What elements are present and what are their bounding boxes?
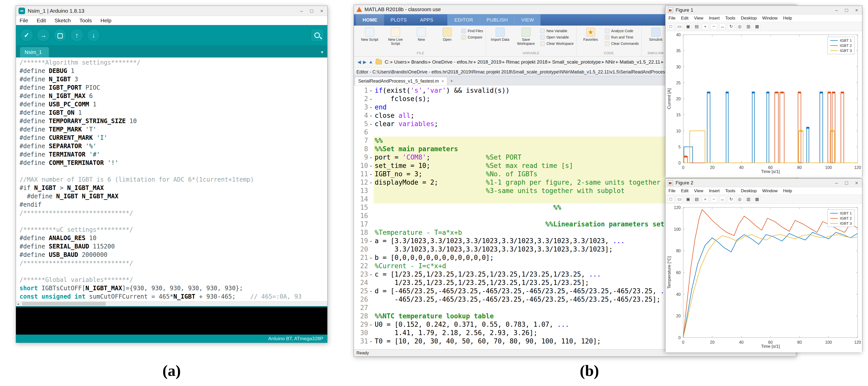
open-sketch-button[interactable]: ↑	[70, 29, 84, 42]
toolstrip-tab-plots[interactable]: PLOTS	[384, 14, 413, 26]
menu-file[interactable]: File	[669, 16, 675, 21]
close-button[interactable]: ×	[855, 180, 858, 185]
breadcrumb-c[interactable]: C:	[384, 59, 390, 65]
new-figure-icon[interactable]: □	[668, 196, 674, 203]
breadcrumb-users[interactable]: Users	[394, 59, 407, 65]
ribbon-clear-commands-button[interactable]: Clear Commands	[605, 41, 639, 46]
breadcrumb-2018-2019[interactable]: 2018_2019	[477, 59, 502, 65]
new-sketch-button[interactable]: ▢	[54, 29, 67, 42]
sketch-code-editor[interactable]: /******Algorithm settings*******/#define…	[16, 58, 327, 301]
breadcrumb-matlab-v1-5-22-11[interactable]: Matlab_v1.5_22.11	[619, 59, 661, 65]
toolstrip-tab-editor[interactable]: EDITOR	[447, 14, 479, 26]
toolstrip-tab-publish[interactable]: PUBLISH	[479, 14, 514, 26]
menu-tools[interactable]: Tools	[725, 16, 736, 21]
ribbon-simulink-button[interactable]: Simulink	[644, 28, 668, 41]
menu-edit[interactable]: Edit	[681, 16, 688, 21]
save-figure-icon[interactable]: ▣	[685, 196, 691, 203]
data-cursor-icon[interactable]: ◎	[737, 196, 743, 203]
breadcrumb-brandis[interactable]: Brandis	[411, 59, 428, 65]
zoom-in-icon[interactable]: +	[702, 23, 709, 30]
menu-view[interactable]: View	[694, 188, 704, 194]
insert-legend-icon[interactable]: ▦	[754, 23, 760, 30]
ribbon-analyze-code-button[interactable]: Analyze Code	[605, 29, 639, 33]
ribbon-find-files-button[interactable]: Find Files	[461, 29, 483, 33]
maximize-button[interactable]: □	[845, 8, 848, 13]
menu-help[interactable]: Help	[100, 17, 111, 24]
close-button[interactable]: ×	[855, 8, 858, 13]
toolstrip-tab-apps[interactable]: APPS	[413, 14, 440, 26]
menu-file[interactable]: File	[20, 17, 28, 24]
new-figure-icon[interactable]: □	[668, 23, 674, 30]
zoom-out-icon[interactable]: −	[711, 23, 717, 30]
maximize-button[interactable]: □	[845, 180, 848, 185]
breadcrumb-nnir[interactable]: NNir	[605, 59, 616, 65]
print-figure-icon[interactable]: ▤	[693, 23, 700, 30]
menu-tools[interactable]: Tools	[725, 188, 736, 194]
menu-file[interactable]: File	[669, 188, 675, 194]
new-tab-button[interactable]: +	[447, 77, 456, 85]
verify-button[interactable]: ✓	[20, 29, 33, 42]
colorbar-icon[interactable]: ▥	[745, 23, 752, 30]
menu-edit[interactable]: Edit	[37, 17, 46, 24]
zoom-in-icon[interactable]: +	[702, 196, 709, 203]
breadcrumb-onedrive-etfos-hr[interactable]: OneDrive - etfos.hr	[432, 59, 473, 65]
ribbon-clear-workspace-button[interactable]: Clear Workspace	[540, 41, 574, 46]
ribbon-new-button[interactable]: New	[410, 28, 433, 41]
zoom-out-icon[interactable]: −	[711, 196, 717, 203]
ribbon-fav-orites-button[interactable]: ★Fav­orites	[579, 28, 602, 41]
colorbar-icon[interactable]: ▥	[745, 196, 752, 203]
ribbon-save-workspace-button[interactable]: Save Workspace	[514, 28, 538, 45]
ribbon-run-and-time-button[interactable]: Run and Time	[605, 35, 639, 39]
insert-legend-icon[interactable]: ▦	[754, 196, 760, 203]
menu-sketch[interactable]: Sketch	[55, 17, 71, 24]
menu-desktop[interactable]: Desktop	[741, 16, 756, 21]
menu-help[interactable]: Help	[783, 188, 792, 194]
serial-monitor-button[interactable]	[311, 29, 324, 42]
file-tab[interactable]: SerialReadAndProcess_v1_5_fastest.m ×	[355, 77, 447, 85]
save-sketch-button[interactable]: ↓	[87, 29, 100, 42]
tab-list-icon[interactable]: ▾	[321, 49, 323, 55]
maximize-button[interactable]: □	[310, 8, 313, 13]
forward-icon[interactable]: ▶	[362, 59, 368, 65]
ribbon-open-button[interactable]: Open	[436, 28, 459, 41]
breadcrumb-small-scale-prototype[interactable]: Small_scale_prototype	[552, 59, 601, 65]
toolstrip-tab-view[interactable]: VIEW	[514, 14, 540, 26]
menu-edit[interactable]: Edit	[681, 188, 688, 194]
rotate-3d-icon[interactable]: ↻	[728, 196, 735, 203]
breadcrumb-rimac-projekt-2018[interactable]: Rimac projekt 2018	[505, 59, 548, 65]
open-file-icon[interactable]: ▭	[676, 23, 683, 30]
data-cursor-icon[interactable]: ◎	[737, 23, 743, 30]
menu-desktop[interactable]: Desktop	[741, 188, 756, 194]
open-file-icon[interactable]: ▭	[676, 196, 683, 203]
rotate-3d-icon[interactable]: ↻	[728, 23, 735, 30]
scroll-left-icon[interactable]: ◂	[17, 302, 19, 307]
ribbon-new-live-script-button[interactable]: New Live Script	[384, 28, 407, 45]
upload-button[interactable]: →	[37, 29, 50, 42]
close-button[interactable]: ×	[320, 8, 323, 13]
menu-window[interactable]: Window	[762, 16, 777, 21]
scrollbar-thumb[interactable]	[22, 302, 106, 306]
minimize-button[interactable]: –	[835, 180, 838, 185]
print-figure-icon[interactable]: ▤	[693, 196, 700, 203]
toolstrip-tab-home[interactable]: HOME	[356, 14, 384, 26]
menu-tools[interactable]: Tools	[79, 17, 92, 24]
close-tab-icon[interactable]: ×	[441, 79, 444, 84]
sketch-tab[interactable]: Nsim_1	[20, 47, 49, 58]
back-icon[interactable]: ◀	[356, 59, 362, 65]
ribbon-new-variable-button[interactable]: New Variable	[540, 29, 574, 33]
ribbon-new-script-button[interactable]: New Script	[358, 28, 381, 41]
minimize-button[interactable]: –	[835, 8, 838, 13]
menu-insert[interactable]: Insert	[709, 188, 720, 194]
pan-icon[interactable]: ↔	[719, 23, 726, 30]
horizontal-scrollbar[interactable]: ◂	[16, 301, 327, 306]
menu-view[interactable]: View	[694, 16, 704, 21]
ribbon-import-data-button[interactable]: Import Data	[489, 28, 512, 41]
menu-window[interactable]: Window	[762, 188, 777, 194]
up-one-level-icon[interactable]: ▲	[368, 59, 374, 65]
ribbon-compare-button[interactable]: Compare	[461, 35, 483, 39]
menu-help[interactable]: Help	[783, 16, 792, 21]
menu-insert[interactable]: Insert	[709, 16, 720, 21]
minimize-button[interactable]: –	[300, 8, 303, 13]
ribbon-open-variable-button[interactable]: Open Variable	[540, 35, 574, 39]
pan-icon[interactable]: ↔	[719, 196, 726, 203]
